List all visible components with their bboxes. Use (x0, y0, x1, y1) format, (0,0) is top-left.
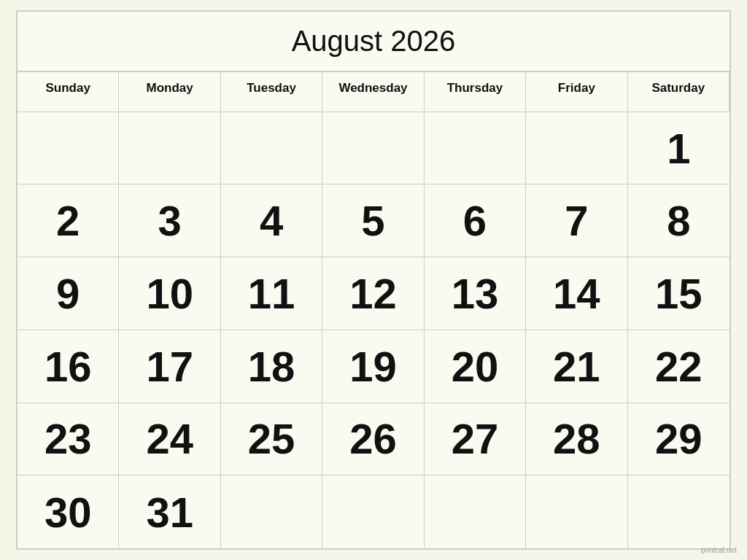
day-cell-empty[interactable] (221, 475, 322, 548)
day-cell-12[interactable]: 12 (322, 257, 424, 330)
day-cell-empty[interactable] (425, 112, 526, 185)
day-cell-31[interactable]: 31 (119, 475, 220, 548)
day-header-thursday: Thursday (425, 72, 526, 112)
day-header-tuesday: Tuesday (221, 72, 322, 112)
day-cell-15[interactable]: 15 (628, 257, 729, 330)
calendar-grid: SundayMondayTuesdayWednesdayThursdayFrid… (18, 72, 729, 548)
day-cell-3[interactable]: 3 (119, 184, 220, 257)
day-cell-5[interactable]: 5 (322, 184, 424, 257)
calendar: August 2026 SundayMondayTuesdayWednesday… (16, 10, 731, 550)
day-cell-empty[interactable] (18, 112, 119, 185)
day-cell-4[interactable]: 4 (221, 184, 322, 257)
day-cell-empty[interactable] (526, 475, 627, 548)
day-cell-24[interactable]: 24 (119, 403, 220, 476)
day-cell-2[interactable]: 2 (18, 184, 119, 257)
day-cell-8[interactable]: 8 (628, 184, 729, 257)
day-cell-20[interactable]: 20 (425, 330, 526, 403)
day-cell-28[interactable]: 28 (526, 403, 627, 476)
day-cell-9[interactable]: 9 (18, 257, 119, 330)
day-cell-11[interactable]: 11 (221, 257, 322, 330)
watermark: printcal.net (701, 546, 737, 554)
day-cell-13[interactable]: 13 (425, 257, 526, 330)
day-cell-7[interactable]: 7 (526, 184, 627, 257)
day-cell-29[interactable]: 29 (628, 403, 729, 476)
day-cell-empty[interactable] (322, 112, 424, 185)
day-cell-1[interactable]: 1 (628, 112, 729, 185)
day-cell-6[interactable]: 6 (425, 184, 526, 257)
day-cell-27[interactable]: 27 (425, 403, 526, 476)
day-cell-14[interactable]: 14 (526, 257, 627, 330)
day-cell-empty[interactable] (221, 112, 322, 185)
day-header-wednesday: Wednesday (322, 72, 424, 112)
day-cell-empty[interactable] (119, 112, 220, 185)
day-cell-25[interactable]: 25 (221, 403, 322, 476)
day-cell-10[interactable]: 10 (119, 257, 220, 330)
day-cell-21[interactable]: 21 (526, 330, 627, 403)
day-cell-empty[interactable] (526, 112, 627, 185)
day-header-friday: Friday (526, 72, 627, 112)
day-cell-16[interactable]: 16 (18, 330, 119, 403)
day-cell-empty[interactable] (425, 475, 526, 548)
day-cell-17[interactable]: 17 (119, 330, 220, 403)
calendar-title: August 2026 (18, 12, 729, 72)
day-header-monday: Monday (119, 72, 220, 112)
day-header-saturday: Saturday (628, 72, 729, 112)
day-cell-22[interactable]: 22 (628, 330, 729, 403)
day-cell-empty[interactable] (322, 475, 424, 548)
day-header-sunday: Sunday (18, 72, 119, 112)
day-cell-26[interactable]: 26 (322, 403, 424, 476)
day-cell-23[interactable]: 23 (18, 403, 119, 476)
day-cell-empty[interactable] (628, 475, 729, 548)
day-cell-30[interactable]: 30 (18, 475, 119, 548)
day-cell-18[interactable]: 18 (221, 330, 322, 403)
day-cell-19[interactable]: 19 (322, 330, 424, 403)
